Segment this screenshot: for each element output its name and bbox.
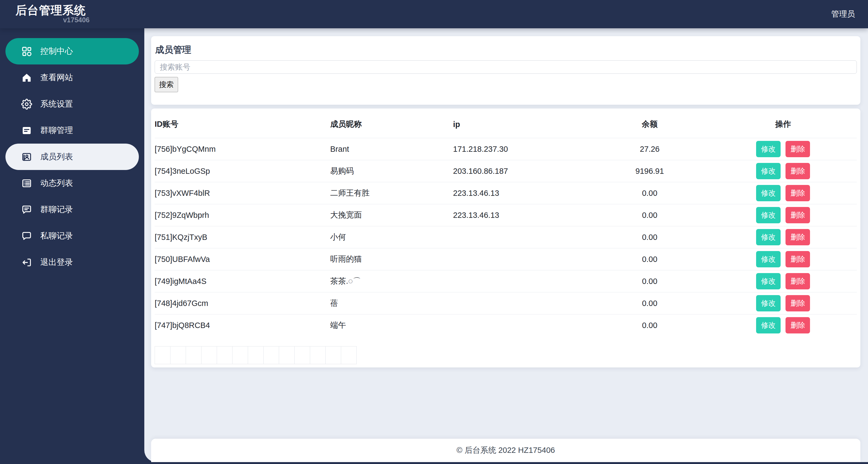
cell-actions: 修改 删除 bbox=[709, 138, 857, 160]
cell-member-ip: 203.160.86.187 bbox=[453, 160, 590, 182]
cell-actions: 修改 删除 bbox=[709, 314, 857, 336]
pagination-link[interactable] bbox=[248, 346, 264, 364]
sidebar-item-label: 查看网站 bbox=[40, 72, 73, 83]
delete-button[interactable]: 删除 bbox=[785, 207, 810, 223]
pagination-link[interactable] bbox=[217, 346, 232, 364]
column-header-ip: ip bbox=[453, 112, 590, 138]
cell-member-balance: 0.00 bbox=[590, 270, 709, 292]
edit-button[interactable]: 修改 bbox=[756, 273, 781, 289]
table-row: [756]bYgCQMnm Brant 171.218.237.30 27.26… bbox=[155, 138, 857, 160]
edit-button[interactable]: 修改 bbox=[756, 163, 781, 179]
table-row: [752]9ZqWbprh 大挽宽面 223.13.46.13 0.00 修改 … bbox=[155, 204, 857, 226]
delete-button[interactable]: 删除 bbox=[785, 141, 810, 157]
sidebar-item-label: 私聊记录 bbox=[40, 230, 73, 241]
table-row: [754]3neLoGSp 易购码 203.160.86.187 9196.91… bbox=[155, 160, 857, 182]
top-header: 后台管理系统 v175406 管理员 bbox=[0, 0, 868, 28]
sidebar-item[interactable]: 系统设置 bbox=[5, 91, 139, 117]
sidebar-item-label: 群聊记录 bbox=[40, 204, 73, 215]
search-button[interactable]: 搜索 bbox=[155, 77, 178, 92]
cell-actions: 修改 删除 bbox=[709, 270, 857, 292]
pagination-link[interactable] bbox=[170, 346, 186, 364]
pagination-link[interactable] bbox=[201, 346, 217, 364]
page-title: 成员管理 bbox=[155, 44, 857, 56]
cell-actions: 修改 删除 bbox=[709, 292, 857, 314]
sidebar-item-icon bbox=[21, 72, 32, 83]
edit-button[interactable]: 修改 bbox=[756, 295, 781, 311]
sidebar-item[interactable]: 退出登录 bbox=[5, 249, 139, 275]
pagination bbox=[155, 346, 857, 365]
sidebar-item[interactable]: 成员列表 bbox=[5, 143, 139, 170]
cell-member-nickname: 大挽宽面 bbox=[330, 204, 453, 226]
page-footer: © 后台系统 2022 HZ175406 bbox=[151, 439, 860, 462]
cell-member-id: [747]bjQ8RCB4 bbox=[155, 314, 330, 336]
app-title: 后台管理系统 bbox=[16, 4, 90, 16]
app-version: v175406 bbox=[16, 16, 90, 24]
pagination-link[interactable] bbox=[310, 346, 326, 364]
table-header-row: ID账号 成员昵称 ip 余额 操作 bbox=[155, 112, 857, 138]
cell-member-id: [750]UBFAfwVa bbox=[155, 248, 330, 270]
sidebar-item-icon bbox=[21, 178, 32, 189]
member-table: ID账号 成员昵称 ip 余额 操作 [756]bYgCQMnm Brant bbox=[155, 112, 857, 336]
sidebar-item-icon bbox=[21, 231, 32, 241]
cell-member-balance: 9196.91 bbox=[590, 160, 709, 182]
brand-logo: 后台管理系统 v175406 bbox=[0, 4, 90, 24]
sidebar-item-label: 控制中心 bbox=[40, 46, 73, 57]
delete-button[interactable]: 删除 bbox=[785, 163, 810, 179]
edit-button[interactable]: 修改 bbox=[756, 207, 781, 223]
pagination-link[interactable] bbox=[326, 346, 341, 364]
edit-button[interactable]: 修改 bbox=[756, 185, 781, 201]
sidebar-item[interactable]: 控制中心 bbox=[5, 38, 139, 64]
pagination-link[interactable] bbox=[279, 346, 294, 364]
sidebar-item[interactable]: 私聊记录 bbox=[5, 223, 139, 249]
table-row: [747]bjQ8RCB4 端午 0.00 修改 删除 bbox=[155, 314, 857, 336]
cell-actions: 修改 删除 bbox=[709, 160, 857, 182]
sidebar-item[interactable]: 查看网站 bbox=[5, 64, 139, 91]
delete-button[interactable]: 删除 bbox=[785, 295, 810, 311]
delete-button[interactable]: 删除 bbox=[785, 317, 810, 333]
cell-member-nickname: 听雨的猫 bbox=[330, 248, 453, 270]
sidebar-item-label: 群聊管理 bbox=[40, 125, 73, 136]
member-table-card: ID账号 成员昵称 ip 余额 操作 [756]bYgCQMnm Brant bbox=[151, 108, 860, 367]
edit-button[interactable]: 修改 bbox=[756, 251, 781, 267]
pagination-link[interactable] bbox=[186, 346, 202, 364]
pagination-link[interactable] bbox=[341, 346, 357, 364]
cell-member-balance: 27.26 bbox=[590, 138, 709, 160]
cell-member-nickname: Brant bbox=[330, 138, 453, 160]
pagination-link[interactable] bbox=[155, 346, 170, 364]
search-account-input[interactable] bbox=[155, 60, 857, 74]
cell-actions: 修改 删除 bbox=[709, 226, 857, 248]
main-area: 成员管理 搜索 ID账号 成员昵称 ip 余额 操作 bbox=[144, 28, 868, 462]
sidebar-item-label: 退出登录 bbox=[40, 257, 73, 268]
cell-member-nickname: 蓓 bbox=[330, 292, 453, 314]
table-row: [748]4jd67Gcm 蓓 0.00 修改 删除 bbox=[155, 292, 857, 314]
edit-button[interactable]: 修改 bbox=[756, 141, 781, 157]
cell-member-ip bbox=[453, 226, 590, 248]
main-content: 成员管理 搜索 ID账号 成员昵称 ip 余额 操作 bbox=[144, 28, 868, 367]
sidebar-item[interactable]: 群聊管理 bbox=[5, 117, 139, 143]
sidebar-item-label: 成员列表 bbox=[40, 151, 73, 162]
cell-member-ip bbox=[453, 270, 590, 292]
delete-button[interactable]: 删除 bbox=[785, 185, 810, 201]
sidebar-item-icon bbox=[21, 152, 32, 162]
sidebar-item[interactable]: 动态列表 bbox=[5, 170, 139, 196]
sidebar-item[interactable]: 群聊记录 bbox=[5, 196, 139, 223]
delete-button[interactable]: 删除 bbox=[785, 273, 810, 289]
column-header-id: ID账号 bbox=[155, 112, 330, 138]
cell-actions: 修改 删除 bbox=[709, 204, 857, 226]
edit-button[interactable]: 修改 bbox=[756, 229, 781, 245]
cell-member-id: [753]vXWF4blR bbox=[155, 182, 330, 204]
cell-actions: 修改 删除 bbox=[709, 182, 857, 204]
table-row: [751]KQzjTxyB 小何 0.00 修改 删除 bbox=[155, 226, 857, 248]
pagination-link[interactable] bbox=[232, 346, 248, 364]
table-row: [753]vXWF4blR 二师王有胜 223.13.46.13 0.00 修改… bbox=[155, 182, 857, 204]
cell-member-balance: 0.00 bbox=[590, 204, 709, 226]
delete-button[interactable]: 删除 bbox=[785, 251, 810, 267]
pagination-link[interactable] bbox=[263, 346, 279, 364]
delete-button[interactable]: 删除 bbox=[785, 229, 810, 245]
cell-member-nickname: 茶茶.◌⌒ bbox=[330, 270, 453, 292]
user-menu[interactable]: 管理员 bbox=[831, 9, 868, 20]
column-header-nickname: 成员昵称 bbox=[330, 112, 453, 138]
edit-button[interactable]: 修改 bbox=[756, 317, 781, 333]
column-header-actions: 操作 bbox=[709, 112, 857, 138]
cell-member-ip: 223.13.46.13 bbox=[453, 204, 590, 226]
